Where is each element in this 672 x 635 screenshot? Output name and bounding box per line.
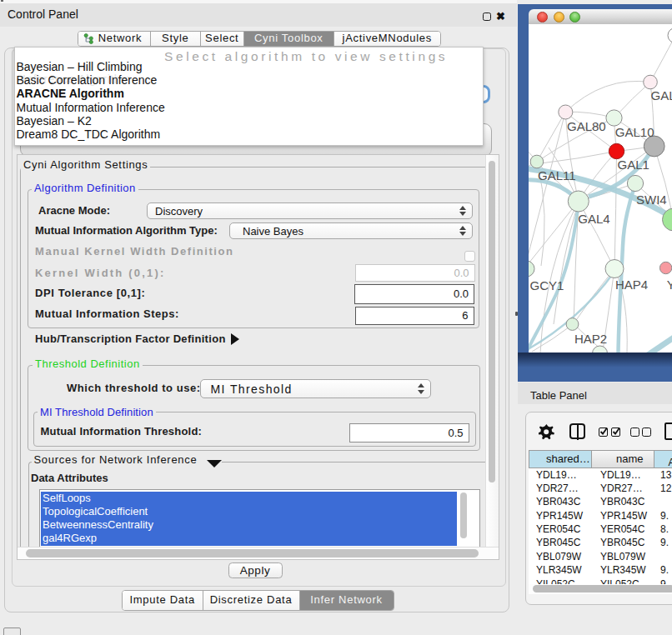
svg-text:GAL80: GAL80 <box>567 118 606 132</box>
svg-text:HAP4: HAP4 <box>615 278 648 292</box>
svg-text:GAL7: GAL7 <box>650 88 672 102</box>
svg-text:Y: Y <box>666 278 672 292</box>
svg-text:GAL10: GAL10 <box>614 124 654 138</box>
svg-text:GAL4: GAL4 <box>578 212 609 226</box>
svg-text:GAL11: GAL11 <box>538 168 576 182</box>
svg-text:GAL1: GAL1 <box>617 157 649 171</box>
svg-text:HAP2: HAP2 <box>574 331 607 345</box>
svg-text:SWI4: SWI4 <box>636 192 667 206</box>
svg-text:GCY1: GCY1 <box>529 278 564 292</box>
